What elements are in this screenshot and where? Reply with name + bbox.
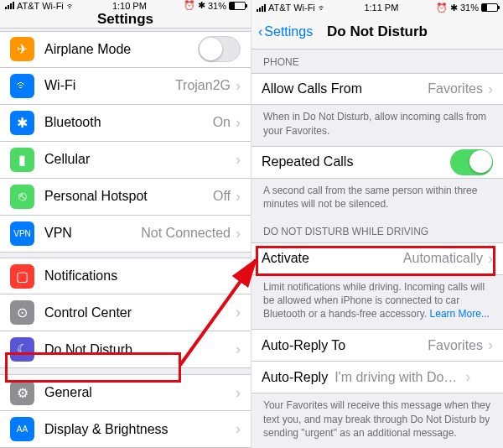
vpn-icon: VPN <box>10 221 34 246</box>
repeated-calls-footer: A second call from the same person withi… <box>252 179 503 219</box>
chevron-right-icon: › <box>236 151 241 169</box>
status-bar: AT&T Wi-Fi ᯤ 1:11 PM ⏰ ✱ 31% <box>252 0 503 15</box>
general-icon: ⚙ <box>10 381 34 405</box>
learn-more-link[interactable]: Learn More... <box>430 308 490 320</box>
airplane-mode-icon: ✈ <box>10 37 34 61</box>
settings-row-do-not-disturb[interactable]: ☾Do Not Disturb› <box>0 331 251 368</box>
cellular-icon: ▮ <box>10 148 34 172</box>
row-value: On <box>213 115 231 130</box>
bluetooth-icon: ✱ <box>10 111 34 135</box>
back-button[interactable]: ‹ Settings <box>258 24 313 39</box>
wifi-icon: ᯤ <box>66 1 75 11</box>
wifi-icon: ᯤ <box>318 3 327 13</box>
carrier-label: AT&T Wi-Fi <box>268 3 315 13</box>
back-label: Settings <box>264 24 313 39</box>
row-label: Airplane Mode <box>44 42 198 57</box>
row-label: Personal Hotspot <box>44 189 213 204</box>
activate-row[interactable]: Activate Automatically › <box>252 242 503 275</box>
auto-reply-footer: Your Favorites will receive this message… <box>252 393 503 448</box>
personal-hotspot-icon: ⎋ <box>10 185 34 209</box>
navbar: Settings <box>0 11 251 29</box>
row-label: VPN <box>44 226 141 241</box>
airplane-mode-toggle[interactable] <box>198 36 241 62</box>
display-&-brightness-icon: AA <box>10 417 34 441</box>
row-value: Trojan2G <box>175 78 231 93</box>
repeated-calls-row[interactable]: Repeated Calls <box>252 146 503 179</box>
page-title: Do Not Disturb <box>327 23 428 40</box>
row-value: Automatically <box>403 251 483 266</box>
alarm-icon: ⏰ <box>436 3 448 13</box>
chevron-left-icon: ‹ <box>258 24 262 39</box>
row-label: Control Center <box>44 305 236 320</box>
settings-row-bluetooth[interactable]: ✱BluetoothOn› <box>0 105 251 142</box>
auto-reply-row[interactable]: Auto-Reply I'm driving with Do Not Distu… <box>252 362 503 394</box>
auto-reply-to-row[interactable]: Auto-Reply To Favorites › <box>252 329 503 362</box>
carrier-label: AT&T Wi-Fi <box>17 1 64 11</box>
row-label: Bluetooth <box>44 115 213 130</box>
clock: 1:10 PM <box>112 1 147 11</box>
chevron-right-icon: › <box>488 250 493 268</box>
settings-row-display-&-brightness[interactable]: AADisplay & Brightness› <box>0 411 251 448</box>
chevron-right-icon: › <box>236 188 241 206</box>
bluetooth-icon: ✱ <box>450 3 458 13</box>
chevron-right-icon: › <box>236 225 241 242</box>
row-label: Auto-Reply To <box>262 338 428 353</box>
row-label: Wi-Fi <box>44 78 175 93</box>
chevron-right-icon: › <box>236 114 241 132</box>
row-label: Repeated Calls <box>262 154 450 169</box>
settings-row-control-center[interactable]: ⊙Control Center› <box>0 294 251 331</box>
clock: 1:11 PM <box>364 3 398 13</box>
row-value: Off <box>213 189 231 204</box>
repeated-calls-toggle[interactable] <box>450 149 493 175</box>
allow-calls-footer: When in Do Not Disturb, allow incoming c… <box>252 105 503 145</box>
row-value: I'm driving with Do Not Distu... <box>334 370 460 385</box>
row-label: Activate <box>262 251 403 266</box>
chevron-right-icon: › <box>465 368 470 386</box>
battery-percent: 31% <box>460 3 479 13</box>
do-not-disturb-screen: AT&T Wi-Fi ᯤ 1:11 PM ⏰ ✱ 31% ‹ Settings … <box>252 0 503 448</box>
settings-row-personal-hotspot[interactable]: ⎋Personal HotspotOff› <box>0 179 251 216</box>
wi-fi-icon: ᯤ <box>10 74 34 98</box>
chevron-right-icon: › <box>236 268 241 285</box>
row-label: Do Not Disturb <box>44 342 236 357</box>
row-value: Favorites <box>428 338 483 353</box>
row-label: Auto-Reply <box>262 370 328 385</box>
settings-row-notifications[interactable]: ▢Notifications› <box>0 258 251 294</box>
battery-icon <box>229 2 246 10</box>
row-value: Favorites <box>428 81 483 96</box>
settings-screen: AT&T Wi-Fi ᯤ 1:10 PM ⏰ ✱ 31% Settings ✈A… <box>0 0 252 448</box>
row-value: Not Connected <box>141 226 231 241</box>
chevron-right-icon: › <box>236 304 241 321</box>
settings-row-airplane-mode[interactable]: ✈Airplane Mode <box>0 31 251 68</box>
signal-icon <box>257 4 266 12</box>
settings-row-general[interactable]: ⚙General› <box>0 374 251 411</box>
page-title: Settings <box>97 11 153 28</box>
battery-icon <box>481 3 498 12</box>
row-label: Cellular <box>44 152 231 167</box>
do-not-disturb-icon: ☾ <box>10 337 34 362</box>
status-bar: AT&T Wi-Fi ᯤ 1:10 PM ⏰ ✱ 31% <box>0 0 251 11</box>
row-label: Allow Calls From <box>262 81 428 96</box>
activate-footer: Limit notifications while driving. Incom… <box>252 275 503 330</box>
settings-row-vpn[interactable]: VPNVPNNot Connected› <box>0 216 251 253</box>
battery-percent: 31% <box>208 1 226 11</box>
chevron-right-icon: › <box>488 81 493 98</box>
section-header-driving: DO NOT DISTURB WHILE DRIVING <box>252 219 503 242</box>
chevron-right-icon: › <box>488 336 493 354</box>
chevron-right-icon: › <box>236 77 241 95</box>
row-label: Display & Brightness <box>44 422 236 437</box>
navbar: ‹ Settings Do Not Disturb <box>252 15 503 49</box>
section-header-phone: PHONE <box>252 49 503 73</box>
chevron-right-icon: › <box>236 341 241 358</box>
notifications-icon: ▢ <box>10 264 34 289</box>
row-label: Notifications <box>44 268 236 284</box>
chevron-right-icon: › <box>236 420 241 438</box>
allow-calls-from-row[interactable]: Allow Calls From Favorites › <box>252 73 503 106</box>
chevron-right-icon: › <box>236 384 241 402</box>
control-center-icon: ⊙ <box>10 300 34 325</box>
settings-row-cellular[interactable]: ▮Cellular› <box>0 142 251 179</box>
row-label: General <box>44 385 236 400</box>
settings-row-wi-fi[interactable]: ᯤWi-FiTrojan2G› <box>0 68 251 105</box>
signal-icon <box>5 2 14 9</box>
alarm-icon: ⏰ <box>184 0 195 11</box>
